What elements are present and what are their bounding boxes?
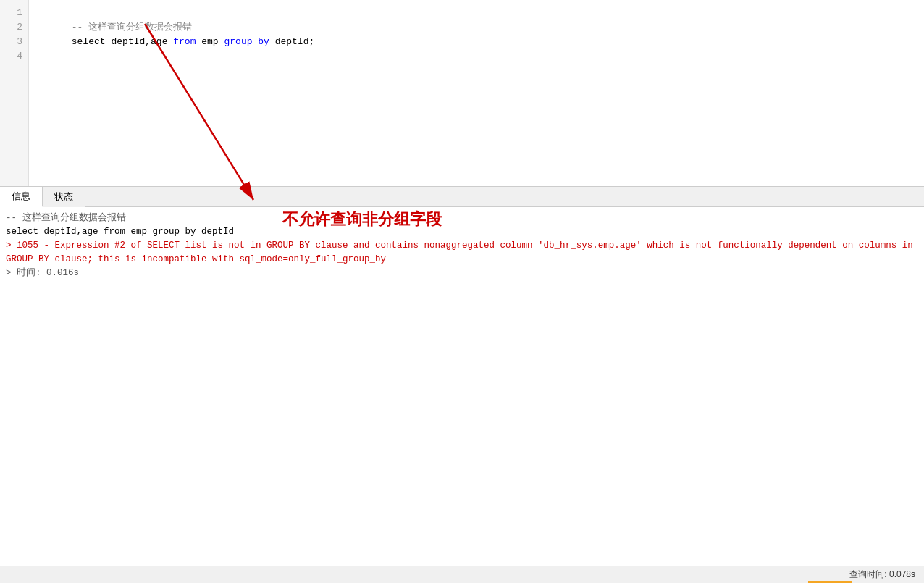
line-number-1: 1	[0, 6, 28, 20]
output-comment: -- 这样查询分组数据会报错	[6, 211, 918, 225]
output-area: -- 这样查询分组数据会报错 select deptId,age from em…	[0, 207, 924, 566]
annotation-label: 不允许查询非分组字段	[282, 209, 442, 230]
status-bar: 查询时间: 0.078s	[0, 566, 924, 583]
code-line-1: -- 这样查询分组数据会报错	[38, 6, 915, 20]
output-time: > 时间: 0.016s	[6, 267, 918, 280]
deptid-text: deptId;	[269, 36, 314, 47]
output-sql: select deptId,age from emp group by dept…	[6, 225, 918, 239]
query-time-status: 查询时间: 0.078s	[849, 569, 915, 581]
editor-area: 1 2 3 4 -- 这样查询分组数据会报错 select deptId,age…	[0, 0, 924, 187]
from-keyword: from	[173, 36, 196, 47]
bottom-section: 信息 状态 -- 这样查询分组数据会报错 select deptId,age f…	[0, 187, 924, 566]
line-number-2: 2	[0, 20, 28, 35]
comment-text: -- 这样查询分组数据会报错	[72, 22, 192, 33]
code-editor[interactable]: -- 这样查询分组数据会报错 select deptId,age from em…	[29, 0, 924, 186]
line-number-4: 4	[0, 49, 28, 64]
group-keyword: group by	[224, 36, 269, 47]
code-line-4	[38, 49, 915, 64]
tab-status[interactable]: 状态	[43, 187, 85, 207]
tab-info[interactable]: 信息	[0, 187, 43, 207]
tabs-bar: 信息 状态	[0, 187, 924, 207]
emp-text: emp	[196, 36, 224, 47]
line-numbers: 1 2 3 4	[0, 0, 29, 186]
select-text: select deptId,age	[72, 36, 173, 47]
line-number-3: 3	[0, 35, 28, 49]
output-error: > 1055 - Expression #2 of SELECT list is…	[6, 239, 918, 267]
